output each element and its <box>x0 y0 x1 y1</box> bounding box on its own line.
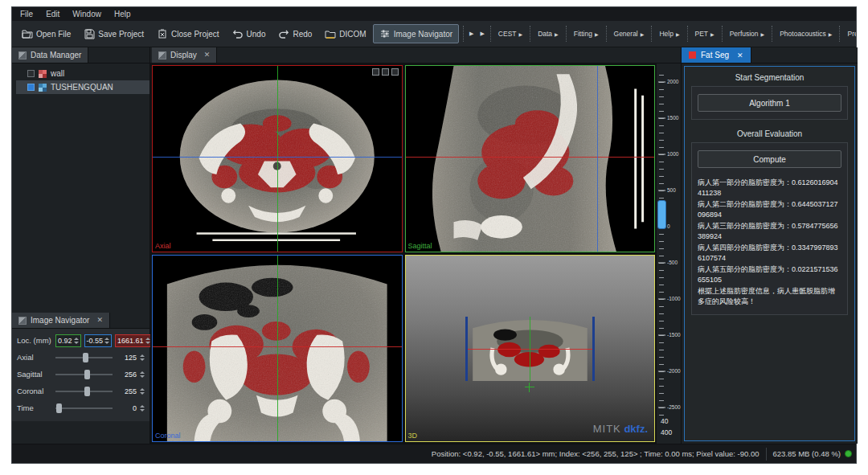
view-menu-perfusion[interactable]: Perfusion▶ <box>727 27 768 40</box>
view-menu-photoacoustics[interactable]: Photoacoustics▶ <box>776 27 835 40</box>
time-slider-label: Time <box>17 403 52 412</box>
close-icon[interactable]: ✕ <box>737 51 743 59</box>
loc-x-spinbox[interactable]: 0.92 <box>55 334 81 347</box>
crosshair-coronal-line[interactable] <box>597 66 598 252</box>
menu-window[interactable]: Window <box>72 10 101 18</box>
compute-button[interactable]: Compute <box>698 150 841 168</box>
menu-help[interactable]: Help <box>114 10 131 18</box>
algorithm-1-button[interactable]: Algorithm 1 <box>698 94 841 112</box>
ruler-tick-label: -500 <box>667 260 678 265</box>
sagittal-slider[interactable] <box>55 370 113 379</box>
spin-arrows[interactable] <box>140 405 145 412</box>
save-project-label: Save Project <box>98 30 144 39</box>
three-d-viewport[interactable]: MITK dkfz. 3D <box>405 255 656 442</box>
close-icon[interactable]: ✕ <box>96 317 103 324</box>
undo-button[interactable]: Undo <box>226 24 272 43</box>
crosshair-sagittal-line[interactable] <box>277 66 278 252</box>
save-project-button[interactable]: Save Project <box>77 24 150 43</box>
menu-edit[interactable]: Edit <box>46 10 59 18</box>
view-menu-cest[interactable]: CEST▶ <box>495 27 526 40</box>
loc-z-spinbox[interactable]: 1661.61 <box>115 334 153 347</box>
data-manager-icon <box>18 51 27 59</box>
cursor-position-info: Position: <0.92, -0.55, 1661.61> mm; Ind… <box>432 449 760 458</box>
time-slider[interactable] <box>55 403 113 413</box>
toolbar-separator <box>839 26 840 42</box>
view-menu-label: Fitting <box>574 30 592 38</box>
slider-handle[interactable] <box>56 403 62 413</box>
slider-handle[interactable] <box>84 370 90 379</box>
location-row: Loc. (mm) 0.92 -0.55 1661.61 <box>17 334 145 347</box>
display-editor: Display ✕ <box>150 47 681 444</box>
coronal-slider-label: Coronal <box>17 387 52 395</box>
level-window-handle[interactable] <box>657 200 666 229</box>
slider-handle[interactable] <box>83 353 88 362</box>
result-line-1: 病人第一部分的脂肪密度为：0.6126016904411238 <box>698 178 841 199</box>
redo-button[interactable]: Redo <box>272 24 318 43</box>
time-slider-row: Time 0 <box>17 401 145 415</box>
coronal-viewport[interactable]: Coronal <box>152 255 403 442</box>
data-manager-tab-label: Data Manager <box>31 51 81 59</box>
axial-viewport[interactable]: Axial <box>152 65 403 252</box>
image-navigator-content: Loc. (mm) 0.92 -0.55 1661.61 Axial 125 <box>12 329 149 421</box>
evaluation-results: 病人第一部分的脂肪密度为：0.6126016904411238 病人第二部分的脂… <box>698 178 841 307</box>
tree-row-wall[interactable]: wall <box>16 67 149 80</box>
crosshair-sagittal-line[interactable] <box>277 256 278 441</box>
coronal-slider[interactable] <box>55 387 113 396</box>
axial-slider[interactable] <box>55 353 113 362</box>
redo-label: Redo <box>293 30 312 39</box>
color-wheel-arrow-icon[interactable]: ▶ <box>478 31 485 37</box>
dicom-button[interactable]: DICOM <box>318 24 372 43</box>
slider-handle[interactable] <box>84 387 90 396</box>
tab-data-manager[interactable]: Data Manager <box>12 47 88 63</box>
toolbar-separator <box>651 26 652 42</box>
spin-arrows[interactable] <box>140 371 145 378</box>
node-label: wall <box>51 69 64 78</box>
view-menu-pet[interactable]: PET▶ <box>692 27 718 40</box>
image-navigator-button[interactable]: Image Navigator <box>373 24 459 43</box>
viewport-area: Axial <box>150 63 681 444</box>
undo-icon <box>232 28 244 39</box>
sidebar-spacer <box>12 94 149 313</box>
loc-x-value: 0.92 <box>58 337 72 345</box>
fullscreen-icon[interactable] <box>391 68 399 76</box>
crosshair-toggle-icon[interactable] <box>372 68 379 76</box>
three-d-viewport-label: 3D <box>408 432 418 440</box>
layout-menu-icon[interactable] <box>382 68 389 76</box>
close-project-button[interactable]: Close Project <box>150 24 225 43</box>
viewport-grid: Axial <box>150 63 657 444</box>
tree-row-tushengquan[interactable]: TUSHENGQUAN <box>16 80 149 94</box>
close-icon[interactable]: ✕ <box>204 51 211 59</box>
loc-y-spinbox[interactable]: -0.55 <box>84 334 113 347</box>
spin-arrows[interactable] <box>104 338 109 344</box>
redo-icon <box>278 28 289 39</box>
loc-y-value: -0.55 <box>87 337 104 345</box>
overall-evaluation-title: Overall Evaluation <box>691 129 848 138</box>
crosshair-coronal-line[interactable] <box>153 157 402 158</box>
view-menu-general[interactable]: General▶ <box>611 27 648 40</box>
view-menu-data[interactable]: Data▶ <box>534 27 562 40</box>
spin-arrows[interactable] <box>140 354 145 361</box>
display-tab-icon <box>158 51 166 59</box>
submenu-arrow-icon: ▶ <box>829 31 833 37</box>
view-menu-preprocessing[interactable]: Preprocessing▶ <box>844 27 856 40</box>
app-window: File Edit Window Help Open File Save Pro… <box>11 6 857 464</box>
toolbar-separator <box>606 26 607 42</box>
tab-image-navigator[interactable]: Image Navigator ✕ <box>12 313 110 328</box>
spin-arrows[interactable] <box>140 388 145 395</box>
data-tree: wall TUSHENGQUAN <box>12 63 149 94</box>
open-file-button[interactable]: Open File <box>15 24 77 43</box>
visibility-checkbox[interactable] <box>27 84 35 91</box>
spin-arrows[interactable] <box>74 338 79 344</box>
sagittal-viewport[interactable]: Sagittal <box>405 65 656 252</box>
menu-file[interactable]: File <box>20 10 33 18</box>
extension-arrow-icon[interactable]: ▶ <box>468 31 475 37</box>
tab-fat-seg[interactable]: Fat Seg ✕ <box>682 47 751 63</box>
tab-display[interactable]: Display ✕ <box>152 47 217 63</box>
view-menu-fitting[interactable]: Fitting▶ <box>571 27 602 40</box>
spin-arrows[interactable] <box>145 338 150 344</box>
page: File Edit Window Help Open File Save Pro… <box>0 0 868 475</box>
level-window-ruler[interactable]: 2000 1500 1000 500 0 -500 -1000 -1500 -2… <box>657 63 681 444</box>
visibility-checkbox[interactable] <box>27 70 35 77</box>
crosshair-axial-line[interactable] <box>406 157 655 158</box>
view-menu-help[interactable]: Help▶ <box>656 27 682 40</box>
